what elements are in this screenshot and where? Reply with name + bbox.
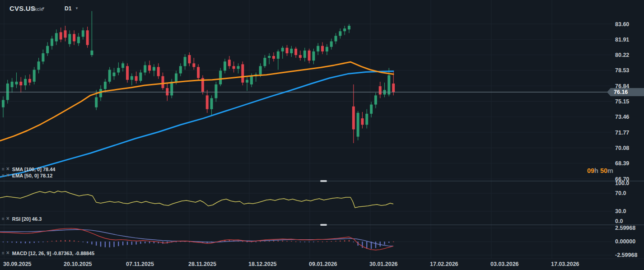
rsi-legend-label: RSI [20] 46.3 <box>12 216 42 222</box>
svg-text:17.02.2026: 17.02.2026 <box>430 261 458 267</box>
svg-text:81.91: 81.91 <box>615 37 629 43</box>
current-price-value: 76.16 <box>614 89 628 95</box>
svg-text:17.03.2026: 17.03.2026 <box>551 261 579 267</box>
ema-remove-icon[interactable]: × <box>6 173 9 178</box>
macd-legend-label: MACD [12, 26, 9] -0.87363, -0.88845 <box>12 251 94 256</box>
svg-text:78.53: 78.53 <box>615 67 629 74</box>
price-axis-labels[interactable]: 83.6081.9180.2278.5376.8475.1573.4671.77… <box>615 21 637 259</box>
price-chart-canvas[interactable]: 83.6081.9180.2278.5376.8475.1573.4671.77… <box>0 0 644 270</box>
macd-settings-icon[interactable]: ≡ <box>2 251 5 256</box>
countdown-minutes-unit: m <box>607 167 613 174</box>
candle-close-countdown: 09h 50m <box>587 167 613 174</box>
macd-histogram <box>3 240 394 249</box>
countdown-hours-unit: h <box>594 167 598 174</box>
svg-text:28.11.2025: 28.11.2025 <box>188 261 216 267</box>
sma-remove-icon[interactable]: × <box>6 167 9 172</box>
symbol-dropdown-caret-icon[interactable]: ▼ <box>42 6 45 10</box>
svg-text:20.10.2025: 20.10.2025 <box>64 261 92 267</box>
svg-text:09.01.2026: 09.01.2026 <box>309 261 337 267</box>
svg-text:75.15: 75.15 <box>615 98 629 105</box>
rsi-line <box>0 191 393 208</box>
chart-topbar: CVS.US Akcie ▼ D1 ▼ <box>0 0 644 15</box>
rsi-legend-row: ≡ × RSI [20] 46.3 <box>2 216 42 222</box>
sma-legend-label: SMA [100, 0] 78.44 <box>12 167 56 172</box>
svg-text:71.77: 71.77 <box>615 130 629 136</box>
svg-text:68.39: 68.39 <box>615 160 629 167</box>
timeframe-dropdown-caret-icon[interactable]: ▼ <box>75 6 79 10</box>
svg-text:100.0: 100.0 <box>615 180 629 186</box>
svg-text:73.46: 73.46 <box>615 114 629 120</box>
svg-text:30.0: 30.0 <box>615 208 626 214</box>
date-axis-labels[interactable]: 30.09.202520.10.202507.11.202528.11.2025… <box>3 261 579 267</box>
svg-text:0.00000: 0.00000 <box>615 238 635 245</box>
rsi-remove-icon[interactable]: × <box>6 216 9 221</box>
svg-text:0.0: 0.0 <box>615 218 623 224</box>
svg-text:70.08: 70.08 <box>615 145 629 151</box>
macd-remove-icon[interactable]: × <box>6 251 9 256</box>
ema-legend-label: EMA [50, 0] 78.12 <box>12 173 52 178</box>
countdown-minutes: 50 <box>600 167 607 174</box>
svg-text:18.12.2025: 18.12.2025 <box>248 261 277 267</box>
ema-settings-icon[interactable]: ≡ <box>2 173 5 178</box>
svg-text:-2.59968: -2.59968 <box>615 252 637 258</box>
current-price-badge: 76.16 <box>611 88 644 96</box>
svg-text:2.59968: 2.59968 <box>615 225 635 231</box>
trading-chart-window: 83.6081.9180.2278.5376.8475.1573.4671.77… <box>0 0 644 270</box>
macd-legend-row: ≡ × MACD [12, 26, 9] -0.87363, -0.88845 <box>2 250 94 256</box>
sma-line <box>0 71 393 177</box>
sma-legend-row: ≡ × SMA [100, 0] 78.44 <box>2 166 55 172</box>
svg-text:03.03.2026: 03.03.2026 <box>490 261 519 267</box>
timeframe-selector[interactable]: D1 <box>65 5 71 12</box>
rsi-settings-icon[interactable]: ≡ <box>2 216 5 221</box>
countdown-hours: 09 <box>587 167 594 174</box>
svg-text:30.01.2026: 30.01.2026 <box>369 261 398 267</box>
sma-settings-icon[interactable]: ≡ <box>2 167 5 172</box>
pane-resize-handle[interactable] <box>320 180 327 182</box>
svg-text:83.60: 83.60 <box>615 21 629 28</box>
pane-resize-handle[interactable] <box>320 224 327 226</box>
svg-text:30.09.2025: 30.09.2025 <box>3 261 32 267</box>
ema-legend-row: ≡ × EMA [50, 0] 78.12 <box>2 172 52 178</box>
svg-text:70.0: 70.0 <box>615 190 626 196</box>
svg-text:80.22: 80.22 <box>615 52 629 58</box>
svg-text:07.11.2025: 07.11.2025 <box>126 261 154 267</box>
macd-signal-line <box>0 229 393 246</box>
